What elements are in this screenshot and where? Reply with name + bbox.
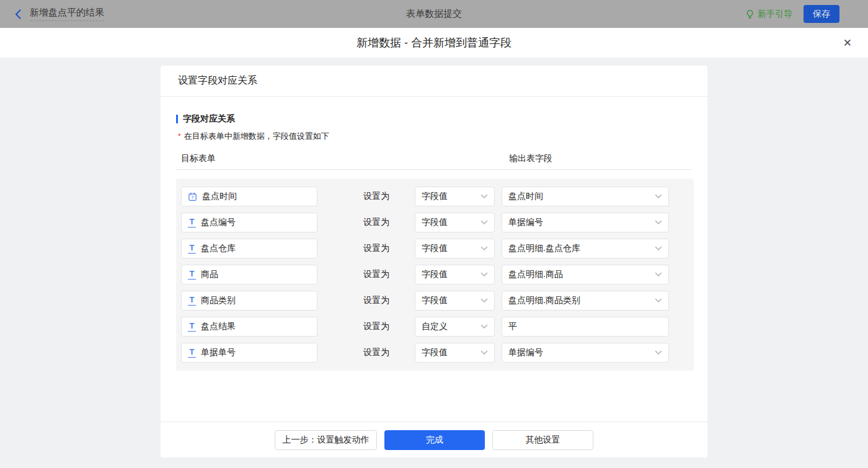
column-headers: 目标表单 输出表字段 (176, 153, 692, 164)
chevron-down-icon (655, 246, 662, 251)
mapping-row: T 盘点编号 设置为 字段值 单据编号 (181, 213, 689, 232)
mapping-row: T 商品类别 设置为 字段值 盘点明细.商品类别 (181, 291, 689, 311)
target-field-box[interactable]: T 单据单号 (181, 343, 317, 363)
target-field-box[interactable]: 7 盘点时间 (181, 187, 317, 206)
chevron-left-icon (15, 9, 21, 19)
text-field-icon: T (188, 296, 196, 306)
target-field-box[interactable]: T 商品 (181, 265, 317, 285)
chevron-down-icon (480, 350, 488, 355)
value-type-select[interactable]: 字段值 (415, 343, 495, 363)
target-form-column-header: 目标表单 (181, 153, 216, 164)
output-field-select[interactable]: 盘点时间 (502, 187, 669, 206)
card-header: 设置字段对应关系 (161, 66, 707, 97)
chevron-down-icon (480, 272, 488, 277)
set-as-label: 设置为 (363, 269, 389, 280)
text-field-icon: T (188, 348, 196, 358)
other-settings-button[interactable]: 其他设置 (492, 430, 593, 450)
previous-step-button[interactable]: 上一步：设置触发动作 (275, 430, 377, 450)
lightbulb-icon (745, 9, 755, 19)
output-field-column-header: 输出表字段 (509, 153, 552, 164)
value-type-select[interactable]: 字段值 (415, 213, 495, 232)
text-field-icon: T (188, 322, 196, 332)
card-footer: 上一步：设置触发动作 完成 其他设置 (161, 422, 707, 457)
close-icon[interactable]: ✕ (843, 38, 852, 48)
done-button[interactable]: 完成 (384, 430, 485, 450)
set-as-label: 设置为 (363, 347, 389, 358)
chevron-down-icon (480, 246, 488, 251)
chevron-down-icon (655, 272, 662, 277)
value-type-select[interactable]: 字段值 (415, 187, 495, 206)
set-as-label: 设置为 (363, 321, 389, 332)
save-button[interactable]: 保存 (804, 5, 839, 23)
chevron-down-icon (480, 194, 488, 199)
header-divider (176, 169, 692, 170)
output-field-select[interactable]: 盘点明细.商品 (502, 265, 669, 285)
value-type-select[interactable]: 字段值 (415, 239, 495, 258)
topbar-title: 表单数据提交 (0, 8, 868, 20)
mapping-row: T 商品 设置为 字段值 盘点明细.商品 (181, 265, 689, 285)
target-field-box[interactable]: T 商品类别 (181, 291, 317, 311)
chevron-down-icon (480, 298, 488, 303)
output-field-select[interactable]: 盘点明细.盘点仓库 (502, 239, 669, 258)
beginner-guide-label: 新手引导 (758, 9, 792, 20)
dialog-header: 新增数据 - 合并新增到普通字段 ✕ (0, 28, 868, 58)
mapping-row: T 盘点结果 设置为 自定义 平 (181, 317, 689, 337)
set-as-label: 设置为 (363, 191, 389, 202)
mapping-row: T 盘点仓库 设置为 字段值 盘点明细.盘点仓库 (181, 239, 689, 258)
value-type-select[interactable]: 自定义 (415, 317, 495, 337)
output-field-select[interactable]: 单据编号 (502, 213, 669, 232)
set-as-label: 设置为 (363, 243, 389, 254)
calendar-icon: 7 (188, 192, 197, 201)
section-note: *在目标表单中新增数据，字段值设置如下 (176, 131, 692, 142)
chevron-down-icon (480, 324, 488, 329)
dialog-body: 设置字段对应关系 字段对应关系 *在目标表单中新增数据，字段值设置如下 目标表单… (0, 58, 868, 468)
flow-name[interactable]: 新增盘点平的结果 (30, 7, 104, 21)
custom-value-input[interactable]: 平 (502, 317, 669, 337)
output-field-select[interactable]: 单据编号 (502, 343, 669, 363)
back-button[interactable] (15, 9, 21, 19)
field-mapping-panel: 7 盘点时间 设置为 字段值 盘点时间 T 盘点编号 设置为 字段值 (176, 179, 694, 371)
output-field-select[interactable]: 盘点明细.商品类别 (502, 291, 669, 311)
text-field-icon: T (188, 270, 196, 280)
chevron-down-icon (655, 220, 662, 225)
section-title: 字段对应关系 (176, 113, 692, 125)
chevron-down-icon (655, 350, 662, 355)
chevron-down-icon (655, 194, 662, 199)
target-field-box[interactable]: T 盘点结果 (181, 317, 317, 337)
required-asterisk: * (178, 132, 181, 141)
settings-card: 设置字段对应关系 字段对应关系 *在目标表单中新增数据，字段值设置如下 目标表单… (161, 66, 707, 457)
chevron-down-icon (480, 220, 488, 225)
text-field-icon: T (188, 244, 196, 254)
section-accent-bar (176, 115, 178, 123)
text-field-icon: T (188, 218, 196, 227)
svg-text:7: 7 (191, 195, 193, 200)
value-type-select[interactable]: 字段值 (415, 291, 495, 311)
set-as-label: 设置为 (363, 217, 389, 228)
value-type-select[interactable]: 字段值 (415, 265, 495, 285)
target-field-box[interactable]: T 盘点仓库 (181, 239, 317, 258)
dialog-title: 新增数据 - 合并新增到普通字段 (356, 35, 512, 50)
chevron-down-icon (655, 298, 662, 303)
target-field-box[interactable]: T 盘点编号 (181, 213, 317, 232)
mapping-row: T 单据单号 设置为 字段值 单据编号 (181, 343, 689, 363)
beginner-guide-link[interactable]: 新手引导 (745, 9, 792, 20)
set-as-label: 设置为 (363, 295, 389, 306)
mapping-row: 7 盘点时间 设置为 字段值 盘点时间 (181, 187, 689, 206)
topbar: 新增盘点平的结果 表单数据提交 新手引导 保存 (0, 0, 868, 28)
